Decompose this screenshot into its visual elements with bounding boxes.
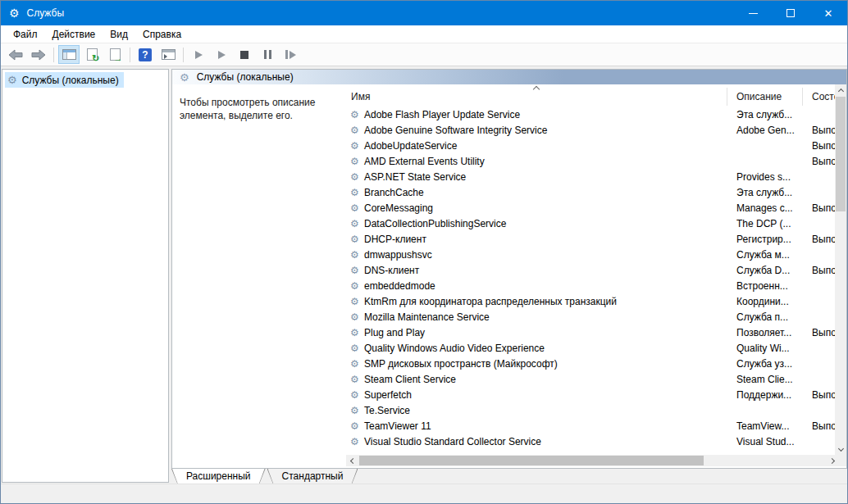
show-action-pane-button[interactable] — [157, 45, 179, 64]
service-row[interactable]: ⚙ Plug and Play Позволяет... Выполняется — [346, 325, 838, 341]
service-row[interactable]: ⚙ dmwappushsvc Служба м... — [346, 247, 838, 263]
help-button[interactable]: ? — [134, 45, 156, 64]
service-row[interactable]: ⚙ Adobe Flash Player Update Service Эта … — [346, 107, 838, 123]
refresh-icon: ↻ — [87, 48, 98, 61]
service-row[interactable]: ⚙ Adobe Genuine Software Integrity Servi… — [346, 123, 838, 138]
scroll-left-button[interactable] — [346, 455, 358, 466]
toolbar: ↻ → ? — [1, 43, 847, 66]
maximize-button[interactable] — [772, 1, 809, 25]
service-row[interactable]: ⚙ BranchCache Эта служб... — [346, 185, 838, 201]
service-row[interactable]: ⚙ CoreMessaging Manages c... Выполняется — [346, 201, 838, 216]
resume-service-button[interactable] — [211, 45, 232, 64]
menu-file[interactable]: Файл — [6, 27, 45, 42]
gear-icon: ⚙ — [350, 406, 359, 415]
close-button[interactable]: ✕ — [809, 1, 847, 25]
service-description-cell: Встроенн... — [736, 279, 788, 294]
service-name-cell: Mozilla Maintenance Service — [364, 310, 490, 325]
service-name-cell: Adobe Genuine Software Integrity Service — [364, 123, 547, 138]
gear-icon: ⚙ — [7, 75, 17, 85]
stop-service-button[interactable] — [234, 45, 255, 64]
tab-extended[interactable]: Расширенный — [171, 469, 266, 485]
service-row[interactable]: ⚙ TeamViewer 11 TeamView... Выполняется — [346, 419, 838, 434]
back-arrow-icon — [8, 49, 23, 61]
service-name-cell: AdobeUpdateService — [364, 138, 457, 154]
vertical-scrollbar[interactable] — [835, 84, 846, 455]
vertical-scroll-thumb[interactable] — [836, 97, 846, 211]
back-button[interactable] — [5, 45, 26, 64]
service-row[interactable]: ⚙ Superfetch Поддержи... Выполняется — [346, 388, 838, 403]
app-gear-icon: ⚙ — [9, 7, 20, 19]
forward-button[interactable] — [28, 45, 49, 64]
service-row[interactable]: ⚙ KtmRm для координатора распределенных … — [346, 294, 838, 310]
export-list-icon: → — [110, 48, 121, 61]
column-separator[interactable] — [802, 88, 803, 106]
service-row[interactable]: ⚙ Te.Service — [346, 403, 838, 419]
restart-service-button[interactable] — [280, 45, 301, 64]
restart-icon — [285, 50, 296, 59]
gear-icon: ⚙ — [350, 297, 359, 306]
gear-icon: ⚙ — [350, 328, 359, 338]
service-name-cell: CoreMessaging — [364, 201, 433, 216]
service-name-cell: dmwappushsvc — [364, 247, 432, 263]
gear-icon: ⚙ — [180, 72, 189, 83]
chevron-left-icon — [349, 457, 355, 463]
service-row[interactable]: ⚙ Steam Client Service Steam Clie... — [346, 372, 838, 388]
description-hint: Чтобы просмотреть описание элемента, выд… — [180, 96, 340, 122]
toolbar-separator — [53, 48, 54, 62]
service-row[interactable]: ⚙ ASP.NET State Service Provides s... — [346, 170, 838, 185]
gear-icon: ⚙ — [350, 390, 359, 400]
service-row[interactable]: ⚙ DNS-клиент Служба D... Выполняется — [346, 263, 838, 279]
service-description-cell: The DCP (... — [736, 216, 791, 232]
service-row[interactable]: ⚙ SMP дисковых пространств (Майкрософт) … — [346, 356, 838, 372]
service-description-cell: Служба уз... — [736, 356, 792, 372]
gear-icon: ⚙ — [350, 437, 359, 447]
resume-icon — [218, 51, 226, 59]
service-name-cell: Plug and Play — [364, 325, 425, 341]
horizontal-scrollbar[interactable] — [346, 455, 838, 466]
console-tree-icon — [62, 49, 76, 60]
pane-header-band: ⚙ Службы (локальные) — [172, 70, 846, 84]
menu-view[interactable]: Вид — [103, 27, 135, 42]
gear-icon: ⚙ — [350, 172, 359, 182]
service-row[interactable]: ⚙ Quality Windows Audio Video Experience… — [346, 341, 838, 356]
start-service-button[interactable] — [188, 45, 209, 64]
service-description-cell: Visual Stud... — [736, 434, 795, 450]
service-row[interactable]: ⚙ DataCollectionPublishingService The DC… — [346, 216, 838, 232]
service-name-cell: SMP дисковых пространств (Майкрософт) — [364, 356, 558, 372]
tree-item-services-local[interactable]: ⚙ Службы (локальные) — [5, 72, 124, 88]
service-description-cell: Эта служб... — [736, 107, 792, 123]
service-description-cell: Поддержи... — [736, 388, 791, 403]
horizontal-scroll-thumb[interactable] — [359, 456, 704, 465]
export-list-button[interactable]: → — [104, 45, 125, 64]
pause-service-button[interactable] — [257, 45, 278, 64]
service-row[interactable]: ⚙ AdobeUpdateService Выполняется — [346, 138, 838, 154]
column-separator[interactable] — [727, 88, 727, 106]
service-description-cell: Позволяет... — [736, 325, 791, 341]
column-header-name[interactable]: Имя — [351, 91, 370, 102]
services-window: ⚙ Службы ✕ Файл Действие Вид Справка ↻ → — [0, 0, 848, 504]
menu-action[interactable]: Действие — [45, 27, 103, 42]
refresh-button[interactable]: ↻ — [81, 45, 103, 64]
minimize-icon — [749, 13, 758, 14]
scroll-down-button[interactable] — [835, 443, 846, 455]
minimize-button[interactable] — [734, 1, 772, 25]
service-row[interactable]: ⚙ AMD External Events Utility Выполняетс… — [346, 154, 838, 170]
pane-title: Службы (локальные) — [197, 71, 294, 83]
service-row[interactable]: ⚙ Visual Studio Standard Collector Servi… — [346, 434, 838, 450]
menu-help[interactable]: Справка — [135, 27, 189, 42]
chevron-down-icon — [837, 445, 843, 451]
service-name-cell: KtmRm для координатора распределенных тр… — [364, 294, 617, 310]
service-description-cell: Quality Wi... — [736, 341, 790, 356]
show-console-tree-button[interactable] — [58, 45, 80, 64]
column-header-description[interactable]: Описание — [736, 91, 782, 102]
service-row[interactable]: ⚙ DHCP-клиент Регистрир... Выполняется — [346, 232, 838, 247]
scrollbar-corner — [835, 455, 846, 466]
service-name-cell: ASP.NET State Service — [364, 170, 466, 185]
tab-standard[interactable]: Стандартный — [267, 469, 358, 485]
gear-icon: ⚙ — [350, 421, 359, 431]
scroll-up-button[interactable] — [835, 84, 846, 96]
service-row[interactable]: ⚙ Mozilla Maintenance Service Служба п..… — [346, 310, 838, 325]
gear-icon: ⚙ — [350, 266, 359, 275]
service-row[interactable]: ⚙ embeddedmode Встроенн... — [346, 279, 838, 294]
services-list: Имя Описание Состояние ⚙ Adobe Flash Pla… — [346, 84, 846, 466]
